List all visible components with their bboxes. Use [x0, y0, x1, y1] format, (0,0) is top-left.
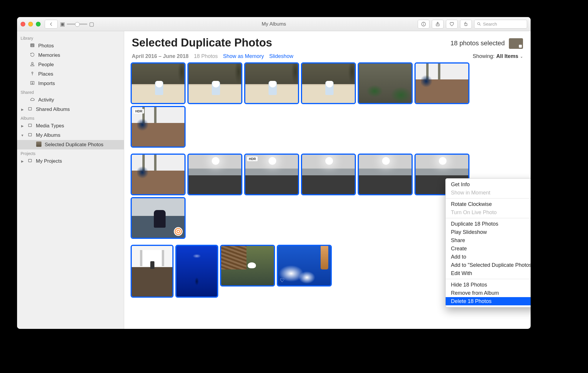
album-icon: [27, 123, 33, 129]
menu-item-label: Delete 18 Photos: [451, 298, 492, 304]
favorite-heart-icon: ♡: [280, 277, 284, 284]
menu-item-hide-18-photos[interactable]: Hide 18 Photos: [446, 281, 531, 289]
sidebar-item-media-types[interactable]: ▶Media Types: [17, 121, 124, 131]
photo-thumbnail[interactable]: [302, 155, 355, 194]
disclosure-triangle-icon[interactable]: ▼: [21, 134, 24, 137]
menu-item-rotate-clockwise[interactable]: Rotate Clockwise: [446, 200, 531, 208]
photo-thumbnail[interactable]: HDR: [245, 155, 298, 194]
album-icon: [27, 132, 33, 139]
menu-item-label: Duplicate 18 Photos: [451, 221, 498, 227]
cloud-icon: [29, 97, 35, 103]
svg-rect-19: [29, 159, 32, 162]
disclosure-triangle-icon[interactable]: ▶: [21, 108, 24, 111]
photo-thumbnail[interactable]: HDR: [132, 107, 184, 146]
menu-item-create[interactable]: Create▶: [446, 244, 531, 253]
sidebar-item-memories[interactable]: Memories: [17, 51, 124, 60]
menu-item-add-to-selected-duplicate-photos[interactable]: Add to "Selected Duplicate Photos": [446, 261, 531, 269]
menu-item-add-to[interactable]: Add to▶: [446, 253, 531, 261]
heart-icon: [449, 21, 454, 27]
show-as-memory-link[interactable]: Show as Memory: [223, 53, 264, 59]
enclosing-album-thumbnail[interactable]: [509, 38, 523, 49]
rotate-icon: [463, 21, 469, 27]
share-button[interactable]: [432, 20, 444, 29]
photo-thumbnail[interactable]: [176, 246, 217, 297]
close-window-button[interactable]: [21, 22, 25, 26]
menu-item-label: Remove from Album: [451, 290, 499, 296]
places-icon: [29, 71, 35, 77]
disclosure-triangle-icon[interactable]: ▶: [21, 159, 24, 163]
menu-item-label: Add to "Selected Duplicate Photos": [451, 262, 531, 268]
menu-item-duplicate-18-photos[interactable]: Duplicate 18 Photos: [446, 220, 531, 228]
photo-count: 18 Photos: [194, 53, 218, 59]
sidebar-section-label: Library: [17, 34, 124, 41]
menu-item-label: Create: [451, 246, 467, 252]
svg-rect-10: [31, 46, 34, 46]
fullscreen-window-button[interactable]: [36, 22, 41, 26]
chevron-down-icon: ⌄: [520, 54, 523, 59]
svg-line-6: [479, 24, 480, 25]
app-window: ▣ ▢ My Albums Search LibraryPhotosMemori…: [17, 17, 531, 329]
photo-thumbnail[interactable]: [132, 198, 184, 238]
photo-thumbnail[interactable]: [245, 64, 298, 103]
sidebar-item-photos[interactable]: Photos: [17, 41, 124, 51]
menu-separator: [446, 198, 531, 199]
rotate-button[interactable]: [460, 20, 472, 29]
sidebar-toggle-icon[interactable]: ▣: [60, 21, 65, 27]
photo-thumbnail[interactable]: [132, 64, 184, 103]
menu-item-get-info[interactable]: Get Info: [446, 180, 531, 189]
window-controls: [21, 22, 41, 26]
svg-point-5: [478, 23, 480, 25]
thumbnail-large-icon: ▢: [89, 21, 94, 27]
sidebar-item-label: My Albums: [36, 132, 60, 138]
sidebar-item-people[interactable]: People: [17, 60, 124, 69]
album-icon: [27, 106, 33, 113]
sidebar-item-label: Imports: [38, 81, 55, 86]
photo-thumbnail[interactable]: [189, 155, 241, 194]
photo-thumbnail[interactable]: [221, 246, 274, 285]
slideshow-link[interactable]: Slideshow: [269, 53, 293, 59]
sidebar-item-activity[interactable]: Activity: [17, 95, 124, 105]
svg-rect-4: [465, 23, 467, 26]
photo-thumbnail[interactable]: [132, 155, 184, 194]
favorite-button[interactable]: [446, 20, 458, 29]
sidebar: LibraryPhotosMemoriesPeoplePlacesImports…: [17, 31, 124, 329]
hdr-badge: HDR: [247, 156, 258, 161]
sidebar-section-label: Projects: [17, 149, 124, 156]
menu-item-share[interactable]: Share▶: [446, 236, 531, 244]
menu-item-label: Turn On Live Photo: [451, 209, 497, 216]
photo-thumbnail[interactable]: [359, 155, 412, 194]
selection-count: 18 photos selected: [450, 39, 505, 47]
sidebar-item-shared-albums[interactable]: ▶Shared Albums: [17, 105, 124, 114]
search-field[interactable]: Search: [474, 20, 527, 29]
menu-item-label: Add to: [451, 254, 466, 260]
minimize-window-button[interactable]: [28, 22, 33, 26]
sidebar-item-places[interactable]: Places: [17, 69, 124, 79]
menu-item-play-slideshow[interactable]: Play Slideshow: [446, 228, 531, 236]
showing-filter[interactable]: Showing: All Items ⌄: [473, 53, 523, 59]
menu-item-remove-from-album[interactable]: Remove from Album: [446, 289, 531, 297]
info-button[interactable]: [418, 20, 429, 29]
search-icon: [477, 22, 481, 26]
thumbnail-zoom-slider[interactable]: [67, 24, 87, 25]
photo-thumbnail[interactable]: [189, 64, 241, 103]
photo-thumbnail[interactable]: [416, 64, 468, 103]
disclosure-triangle-icon[interactable]: ▶: [21, 124, 24, 128]
sidebar-item-selected-duplicate-photos[interactable]: Selected Duplicate Photos: [17, 140, 124, 149]
back-button[interactable]: [45, 20, 58, 29]
sidebar-item-my-albums[interactable]: ▼My Albums: [17, 131, 124, 140]
date-range: April 2016 – June 2018: [132, 53, 189, 59]
sidebar-item-imports[interactable]: Imports: [17, 79, 124, 88]
photo-thumbnail[interactable]: [132, 246, 172, 297]
sidebar-item-my-projects[interactable]: ▶My Projects: [17, 156, 124, 166]
photo-thumbnail[interactable]: [359, 64, 412, 103]
menu-item-delete-18-photos[interactable]: Delete 18 Photos: [446, 297, 531, 305]
menu-item-turn-on-live-photo: Turn On Live Photo: [446, 208, 531, 217]
menu-item-label: Show in Moment: [451, 190, 490, 196]
photo-thumbnail[interactable]: [302, 64, 355, 103]
svg-rect-9: [32, 44, 34, 45]
menu-item-edit-with[interactable]: Edit With▶: [446, 269, 531, 277]
share-icon: [435, 21, 440, 27]
memories-icon: [29, 52, 35, 59]
photo-thumbnail[interactable]: ♡: [278, 246, 331, 285]
content-area: Selected Duplicate Photos 18 photos sele…: [124, 31, 531, 329]
